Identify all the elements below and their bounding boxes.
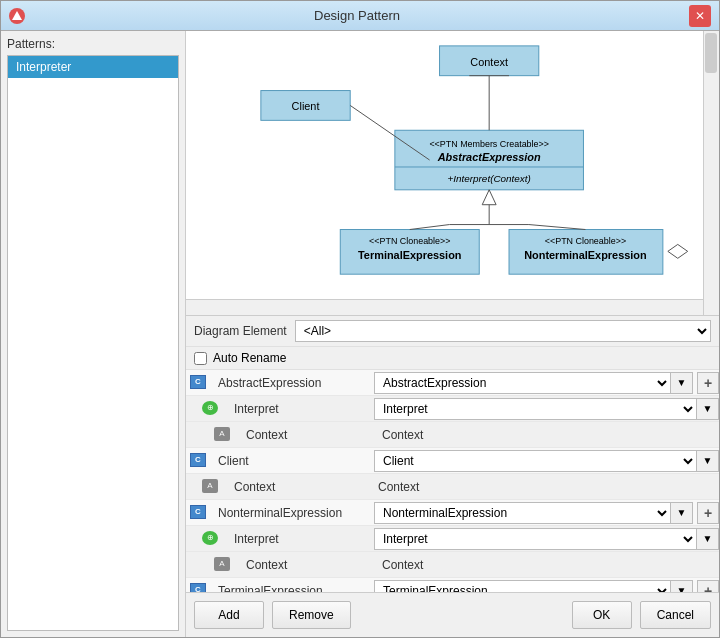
- method-icon-interpret-2: ⊕: [190, 531, 210, 547]
- scrollbar-thumb: [705, 33, 717, 73]
- auto-rename-row: Auto Rename: [186, 347, 719, 370]
- svg-line-23: [529, 225, 586, 230]
- abstractexpression-select-row: AbstractExpression ▼: [374, 372, 693, 394]
- table-row-context-client: A Context Context: [186, 474, 719, 500]
- svg-text:Context: Context: [470, 56, 508, 68]
- app-icon: [9, 8, 25, 24]
- class-icon-nonterminalexpression: C: [190, 505, 210, 521]
- svg-text:Client: Client: [292, 100, 320, 112]
- svg-text:TerminalExpression: TerminalExpression: [358, 249, 461, 261]
- nonterminalexpression-select-row: NonterminalExpression ▼: [374, 502, 693, 524]
- nonterminalexpression-dropdown-btn[interactable]: ▼: [671, 502, 693, 524]
- nonterminalexpression-add-btn[interactable]: +: [697, 502, 719, 524]
- svg-text:<<PTN Cloneable>>: <<PTN Cloneable>>: [545, 236, 626, 246]
- diagram-scrollbar-bottom[interactable]: [186, 299, 703, 315]
- terminalexpression-dropdown[interactable]: TerminalExpression: [374, 580, 671, 593]
- interpret-1-dropdown[interactable]: Interpret: [374, 398, 697, 420]
- svg-text:AbstractExpression: AbstractExpression: [437, 151, 541, 163]
- footer-buttons: Add Remove OK Cancel: [186, 592, 719, 637]
- svg-text:<<PTN Cloneable>>: <<PTN Cloneable>>: [369, 236, 450, 246]
- ok-button[interactable]: OK: [572, 601, 632, 629]
- content-area: Patterns: Interpreter Context Client: [1, 31, 719, 637]
- footer-left: Add Remove: [194, 601, 351, 629]
- window: Design Pattern ✕ Patterns: Interpreter C…: [0, 0, 720, 638]
- add-button[interactable]: Add: [194, 601, 264, 629]
- interpret-2-dropdown-btn[interactable]: ▼: [697, 528, 719, 550]
- diagram-scrollbar-right[interactable]: [703, 31, 719, 315]
- diagram-area: Context Client <<PTN Members Creatable>>…: [186, 31, 719, 316]
- client-select-row: Client ▼: [374, 450, 719, 472]
- interpret-2-name: Interpret: [214, 532, 374, 546]
- diagram-element-row: Diagram Element <All>: [186, 316, 719, 347]
- method-icon-interpret-1: ⊕: [190, 401, 210, 417]
- client-dropdown-btn[interactable]: ▼: [697, 450, 719, 472]
- patterns-label: Patterns:: [7, 37, 179, 51]
- interpret-2-dropdown[interactable]: Interpret: [374, 528, 697, 550]
- abstractexpression-name: AbstractExpression: [214, 376, 374, 390]
- patterns-list: Interpreter: [7, 55, 179, 631]
- svg-text:<<PTN Members Creatable>>: <<PTN Members Creatable>>: [429, 139, 549, 149]
- diagram-svg: Context Client <<PTN Members Creatable>>…: [186, 31, 703, 299]
- svg-marker-0: [12, 11, 22, 20]
- svg-line-22: [410, 225, 450, 230]
- footer-right: OK Cancel: [572, 601, 711, 629]
- attr-icon-context-1: A: [190, 427, 214, 443]
- context-client-select-row: Context: [374, 480, 719, 494]
- terminalexpression-add-btn[interactable]: +: [697, 580, 719, 593]
- context-1-value: Context: [378, 428, 719, 442]
- class-icon-terminalexpression: C: [190, 583, 210, 593]
- controls-panel: Diagram Element <All> Auto Rename C: [186, 316, 719, 592]
- table-row-context-2: A Context Context: [186, 552, 719, 578]
- remove-button[interactable]: Remove: [272, 601, 351, 629]
- diagram-element-select[interactable]: <All>: [295, 320, 711, 342]
- nonterminalexpression-dropdown[interactable]: NonterminalExpression: [374, 502, 671, 524]
- interpret-2-select-row: Interpret ▼: [374, 528, 719, 550]
- context-2-name: Context: [218, 558, 378, 572]
- context-client-value: Context: [374, 480, 719, 494]
- svg-marker-14: [482, 190, 496, 205]
- svg-marker-21: [668, 244, 688, 258]
- table-row-client: C Client Client ▼: [186, 448, 719, 474]
- terminalexpression-select-row: TerminalExpression ▼: [374, 580, 693, 593]
- right-panel: Context Client <<PTN Members Creatable>>…: [186, 31, 719, 637]
- context-2-value: Context: [378, 558, 719, 572]
- title-bar: Design Pattern ✕: [1, 1, 719, 31]
- elements-table: C AbstractExpression AbstractExpression …: [186, 370, 719, 592]
- diagram-canvas: Context Client <<PTN Members Creatable>>…: [186, 31, 703, 299]
- table-row-nonterminalexpression: C NonterminalExpression NonterminalExpre…: [186, 500, 719, 526]
- interpret-1-name: Interpret: [214, 402, 374, 416]
- left-panel: Patterns: Interpreter: [1, 31, 186, 637]
- context-2-select-row: Context: [378, 558, 719, 572]
- context-1-name: Context: [218, 428, 378, 442]
- abstractexpression-dropdown[interactable]: AbstractExpression: [374, 372, 671, 394]
- auto-rename-checkbox[interactable]: [194, 352, 207, 365]
- window-title: Design Pattern: [25, 8, 689, 23]
- context-1-select-row: Context: [378, 428, 719, 442]
- diagram-element-label: Diagram Element: [194, 324, 287, 338]
- close-button[interactable]: ✕: [689, 5, 711, 27]
- terminalexpression-dropdown-btn[interactable]: ▼: [671, 580, 693, 593]
- interpret-1-select-row: Interpret ▼: [374, 398, 719, 420]
- class-icon-abstractexpression: C: [190, 375, 210, 391]
- table-row-interpret-1: ⊕ Interpret Interpret ▼: [186, 396, 719, 422]
- auto-rename-label: Auto Rename: [213, 351, 286, 365]
- table-row-interpret-2: ⊕ Interpret Interpret ▼: [186, 526, 719, 552]
- cancel-button[interactable]: Cancel: [640, 601, 711, 629]
- attr-icon-context-client: A: [190, 479, 210, 495]
- abstractexpression-add-btn[interactable]: +: [697, 372, 719, 394]
- table-row-terminalexpression: C TerminalExpression TerminalExpression …: [186, 578, 719, 592]
- svg-text:+Interpret(Context): +Interpret(Context): [447, 173, 530, 184]
- pattern-item-interpreter[interactable]: Interpreter: [8, 56, 178, 78]
- table-row-abstractexpression: C AbstractExpression AbstractExpression …: [186, 370, 719, 396]
- interpret-1-dropdown-btn[interactable]: ▼: [697, 398, 719, 420]
- attr-icon-context-2: A: [190, 557, 214, 573]
- client-name: Client: [214, 454, 374, 468]
- class-icon-client: C: [190, 453, 210, 469]
- table-row-context-1: A Context Context: [186, 422, 719, 448]
- terminalexpression-name: TerminalExpression: [214, 584, 374, 593]
- svg-text:NonterminalExpression: NonterminalExpression: [524, 249, 646, 261]
- client-dropdown[interactable]: Client: [374, 450, 697, 472]
- abstractexpression-dropdown-btn[interactable]: ▼: [671, 372, 693, 394]
- context-client-name: Context: [214, 480, 374, 494]
- nonterminalexpression-name: NonterminalExpression: [214, 506, 374, 520]
